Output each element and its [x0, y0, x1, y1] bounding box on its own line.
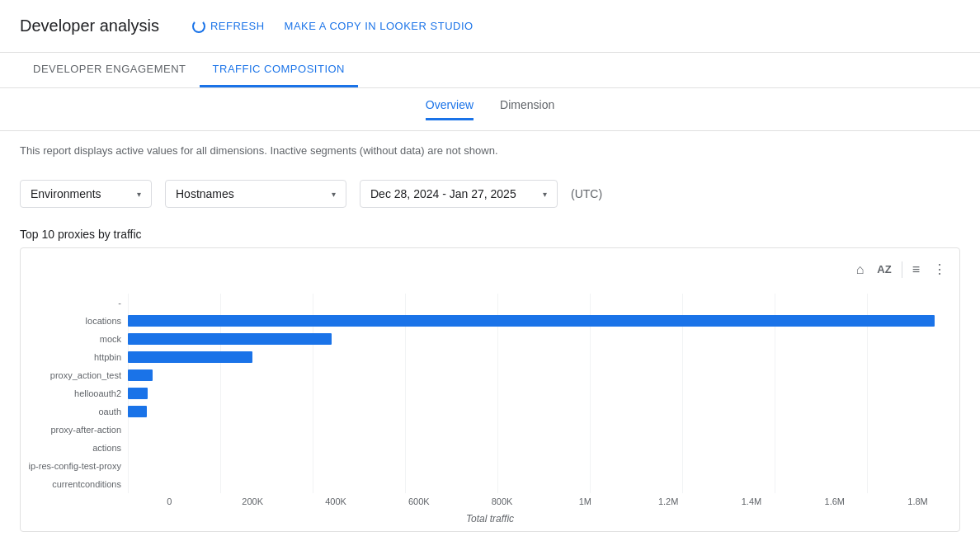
copy-looker-button[interactable]: MAKE A COPY IN LOOKER STUDIO	[285, 20, 474, 32]
x-label: 1.4M	[710, 496, 794, 506]
y-label: actions	[92, 439, 121, 457]
bar-row	[128, 475, 959, 493]
tab-developer-engagement[interactable]: DEVELOPER ENGAGEMENT	[20, 53, 200, 87]
environments-filter[interactable]: Environments ▾	[20, 180, 152, 208]
bar-row	[128, 421, 959, 439]
y-label: mock	[100, 330, 121, 348]
toolbar-divider	[902, 261, 902, 278]
bar	[128, 388, 148, 399]
info-text: This report displays active values for a…	[0, 131, 980, 170]
page-title: Developer analysis	[20, 16, 159, 35]
bar-row	[128, 439, 959, 457]
sub-tab-dimension[interactable]: Dimension	[500, 98, 554, 120]
pin-icon[interactable]: ⌂	[853, 259, 868, 280]
refresh-button[interactable]: REFRESH	[192, 20, 265, 33]
hostnames-filter[interactable]: Hostnames ▾	[165, 180, 346, 208]
bar-row	[128, 366, 959, 384]
y-label: proxy-after-action	[50, 421, 121, 439]
chevron-down-icon: ▾	[332, 190, 336, 199]
more-icon[interactable]: ⋮	[930, 258, 949, 280]
x-label: 800K	[460, 496, 544, 506]
bar-row	[128, 402, 959, 421]
y-label: hellooauth2	[74, 384, 121, 402]
header-actions: REFRESH MAKE A COPY IN LOOKER STUDIO	[192, 20, 474, 33]
filters: Environments ▾ Hostnames ▾ Dec 28, 2024 …	[0, 170, 980, 218]
x-axis-title: Total traffic	[21, 510, 959, 531]
bar	[128, 333, 332, 345]
x-label: 1M	[544, 496, 627, 506]
date-range-filter[interactable]: Dec 28, 2024 - Jan 27, 2025 ▾	[360, 180, 558, 208]
bars-area	[128, 294, 959, 493]
y-label: oauth	[98, 402, 121, 421]
chevron-down-icon: ▾	[543, 190, 547, 199]
chart-toolbar: ⌂ AZ ≡ ⋮	[21, 255, 959, 287]
x-label: 200K	[211, 496, 294, 506]
chart-section-title: Top 10 proxies by traffic	[0, 218, 980, 247]
bar	[128, 315, 935, 327]
tabs-bar: DEVELOPER ENGAGEMENT TRAFFIC COMPOSITION	[0, 53, 980, 88]
bar	[128, 406, 147, 417]
x-axis: 0200K400K600K800K1M1.2M1.4M1.6M1.8M	[128, 493, 959, 510]
bar-chart: -locationsmockhttpbinproxy_action_testhe…	[21, 287, 959, 493]
chart-container: ⌂ AZ ≡ ⋮ -locationsmockhttpbinproxy_acti…	[20, 247, 960, 532]
sort-icon[interactable]: AZ	[874, 260, 894, 279]
bar-row	[128, 384, 959, 402]
sub-tab-overview[interactable]: Overview	[426, 98, 474, 120]
sub-tabs: Overview Dimension	[0, 88, 980, 131]
x-label: 600K	[377, 496, 460, 506]
chevron-down-icon: ▾	[137, 190, 141, 199]
y-label: -	[118, 294, 121, 312]
bar-row	[128, 312, 959, 330]
y-label: proxy_action_test	[50, 366, 121, 384]
bar	[128, 369, 153, 381]
bar-row	[128, 330, 959, 348]
bar-row	[128, 348, 959, 366]
chart-body	[128, 294, 959, 493]
x-label: 1.8M	[876, 496, 959, 506]
refresh-icon	[192, 20, 205, 33]
x-label: 400K	[294, 496, 378, 506]
x-label: 0	[128, 496, 211, 506]
timezone-label: (UTC)	[571, 187, 602, 200]
bar-row	[128, 457, 959, 475]
bar-row	[128, 294, 959, 312]
y-axis: -locationsmockhttpbinproxy_action_testhe…	[21, 294, 128, 493]
y-label: ip-res-config-test-proxy	[29, 457, 121, 475]
filter-icon[interactable]: ≡	[909, 259, 923, 280]
y-label: httpbin	[94, 348, 121, 366]
bar	[128, 351, 252, 363]
y-label: currentconditions	[52, 475, 121, 493]
x-label: 1.6M	[793, 496, 876, 506]
x-label: 1.2M	[627, 496, 710, 506]
y-label: locations	[86, 312, 121, 330]
tab-traffic-composition[interactable]: TRAFFIC COMPOSITION	[200, 53, 358, 87]
header: Developer analysis REFRESH MAKE A COPY I…	[0, 0, 980, 53]
